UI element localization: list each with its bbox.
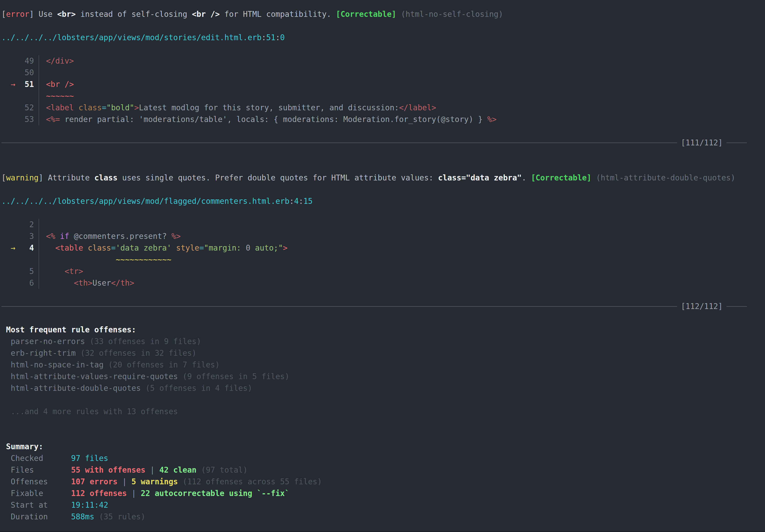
- text-segment: html-no-space-in-tag: [1, 360, 104, 369]
- text-segment: error: [6, 10, 29, 19]
- text-segment: .: [522, 173, 531, 182]
- text-segment: %>: [171, 232, 181, 241]
- text-segment: [Correctable]: [336, 10, 396, 19]
- summary-value-segment: 5 warnings: [131, 477, 178, 486]
- code-line: 5 <tr>: [1, 266, 765, 277]
- text-segment: style: [176, 243, 199, 253]
- text-segment: erb-right-trim: [1, 348, 76, 358]
- text-segment: =: [199, 243, 204, 253]
- summary-value-segment: 588ms: [71, 512, 94, 521]
- text-segment: html-attribute-values-require-quotes: [1, 372, 178, 381]
- text-segment: <table: [55, 243, 83, 253]
- line-number: 52: [15, 102, 34, 114]
- text-segment: "bold": [106, 103, 134, 112]
- text-segment: <br />: [192, 10, 220, 19]
- blank-line: [1, 20, 765, 32]
- blank-line: [1, 149, 765, 160]
- code-line: →51<br />: [1, 79, 765, 90]
- gutter-separator: [39, 254, 46, 266]
- text-segment: <tr>: [65, 267, 83, 276]
- offense-arrow-icon: [1, 55, 15, 67]
- text-segment: instead of self-closing: [76, 10, 192, 19]
- file-path: ../../../../lobsters/app/views/mod/stori…: [1, 32, 765, 44]
- log-message-line: [warning] Attribute class uses single qu…: [1, 172, 765, 184]
- summary-value-segment: 42 clean: [160, 465, 197, 474]
- gutter-separator: [39, 67, 46, 79]
- summary-value-segment: 19:11:42: [71, 500, 108, 510]
- text-segment: [Correctable]: [531, 173, 591, 182]
- text-segment: </label>: [399, 103, 436, 112]
- code-text: ~~~~~~: [46, 91, 74, 101]
- text-segment: ~~~~~~: [46, 91, 74, 101]
- text-segment: (html-no-self-closing): [401, 10, 503, 19]
- text-segment: (html-attribute-double-quotes): [596, 173, 735, 182]
- blank-line: [1, 125, 765, 137]
- summary-row: Duration588ms (35 rules): [1, 511, 765, 523]
- summary-label: Files: [1, 464, 71, 476]
- summary-value-segment: |: [127, 489, 141, 498]
- text-segment: ~~~~~~~~~~~~: [116, 255, 171, 264]
- code-line: 50: [1, 67, 765, 79]
- line-number: 2: [15, 219, 34, 231]
- text-segment: [83, 243, 88, 253]
- line-number: 4: [15, 242, 34, 254]
- text-segment: class: [88, 243, 111, 253]
- text-segment: (9 offenses in 5 files): [178, 372, 290, 381]
- text-segment: [: [1, 10, 6, 19]
- text-segment: Most frequent rule offenses:: [1, 325, 136, 334]
- text-segment: :: [276, 33, 280, 42]
- summary-row: Fixable112 offenses | 22 autocorrectable…: [1, 488, 765, 499]
- offense-arrow-icon: [1, 114, 15, 125]
- blank-line: [1, 312, 765, 324]
- code-line: 3<% if @commenters.present? %>: [1, 231, 765, 242]
- code-text: ~~~~~~~~~~~~: [46, 255, 171, 264]
- text-segment: @commenters.present?: [69, 232, 171, 241]
- text-segment: render partial: 'moderations/table', loc…: [60, 115, 487, 124]
- code-text: <th>User</th>: [46, 278, 134, 287]
- text-segment: %>: [487, 115, 496, 124]
- blank-line: [1, 44, 765, 55]
- offense-counter: [111/112]: [677, 137, 726, 149]
- code-text: <table class='data zebra' style="margin:…: [46, 243, 288, 253]
- divider-line: [726, 306, 747, 307]
- section-heading: Most frequent rule offenses:: [1, 324, 765, 336]
- offense-arrow-icon: →: [1, 242, 15, 254]
- text-segment: 4: [294, 197, 299, 206]
- text-segment: [46, 267, 65, 276]
- offense-arrow-icon: [1, 231, 15, 242]
- blank-line: [1, 207, 765, 219]
- blank-line: [1, 289, 765, 300]
- terminal-screen: { "palette": { "fg": "#B8BFC9", "white":…: [0, 0, 765, 532]
- code-text: <%= render partial: 'moderations/table',…: [46, 115, 496, 124]
- gutter-separator: [39, 90, 46, 102]
- code-text: <tr>: [46, 267, 83, 276]
- log-message-line: [error] Use <br> instead of self-closing…: [1, 8, 765, 20]
- text-segment: 'data zebra': [116, 243, 171, 253]
- gutter-separator: [39, 242, 46, 254]
- code-line: 49</div>: [1, 55, 765, 67]
- text-segment: (32 offenses in 32 files): [76, 348, 197, 358]
- offense-arrow-icon: [1, 254, 15, 266]
- text-segment: =: [102, 103, 106, 112]
- text-segment: Summary:: [1, 442, 43, 451]
- line-number: 53: [15, 114, 34, 125]
- rule-offense-item: html-no-space-in-tag (20 offenses in 7 f…: [1, 359, 765, 371]
- results-divider: [112/112]: [1, 300, 747, 312]
- text-segment: warning: [6, 173, 39, 182]
- blank-line: [1, 417, 765, 429]
- file-path: ../../../../lobsters/app/views/mod/flagg…: [1, 196, 765, 207]
- text-segment: <label: [46, 103, 74, 112]
- code-text: <% if @commenters.present? %>: [46, 232, 181, 241]
- gutter-separator: [39, 102, 46, 114]
- gutter-separator: [39, 79, 46, 90]
- section-heading: Summary:: [1, 441, 765, 452]
- more-rules-note: ...and 4 more rules with 13 offenses: [1, 406, 765, 417]
- blank-line: [1, 160, 765, 172]
- text-segment: [46, 243, 55, 253]
- text-segment: ../../../../lobsters/app/views/mod/stori…: [1, 33, 262, 42]
- text-segment: :: [299, 197, 304, 206]
- summary-row: Offenses107 errors | 5 warnings (112 off…: [1, 476, 765, 488]
- line-number: 51: [15, 79, 34, 90]
- text-segment: (20 offenses in 7 files): [104, 360, 220, 369]
- text-segment: (5 offenses in 4 files): [141, 383, 252, 393]
